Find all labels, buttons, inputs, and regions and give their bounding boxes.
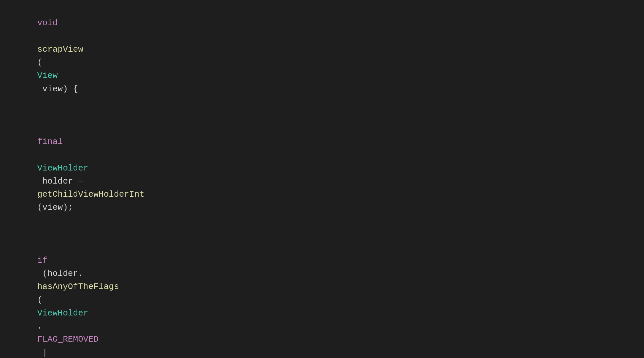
code-line-1: void scrapView ( View view) { (0, 3, 644, 109)
code-line-3: if (holder. hasAnyOfTheFlags ( ViewHolde… (0, 227, 644, 358)
code-line-2: final ViewHolder holder = getChildViewHo… (0, 109, 644, 227)
code-editor: void scrapView ( View view) { final View… (0, 0, 644, 358)
